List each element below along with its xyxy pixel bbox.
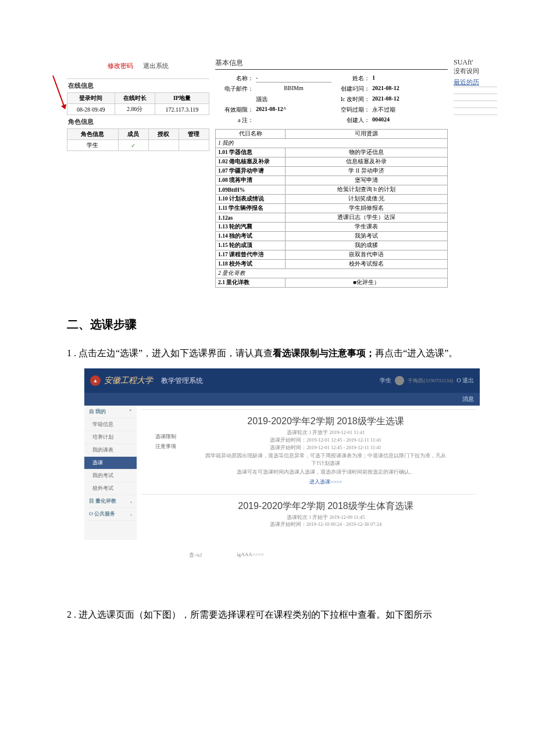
perm-resource: ■化评生） bbox=[286, 278, 448, 288]
chevron-left-icon: ‹ bbox=[130, 511, 132, 517]
perm-name: 1.08 境苒申清 bbox=[216, 176, 286, 185]
card-desc: 因学籍异动原因出现缺课，退选等信息异常，可选下周授课课表为准；中退课信息以降门下… bbox=[204, 452, 448, 467]
recent-rows bbox=[454, 87, 497, 115]
col-module-name: 代日名称 bbox=[216, 130, 286, 139]
table-row: 学生 ✓ bbox=[67, 140, 209, 151]
sidebar-cat-public[interactable]: O 公共服务‹ bbox=[84, 508, 137, 521]
table-row: 1.13 轮的汽襄学生课表 bbox=[216, 223, 448, 232]
basic-info-title: 基本信息 bbox=[215, 58, 448, 70]
perm-name: 1.02 倦电核塞及补录 bbox=[216, 157, 286, 167]
table-row: 1.08 境苒申清堡写申清 bbox=[216, 176, 448, 185]
permissions-table: 代日名称 可用贤源 1 我的1.01 学器信息物的学还信息1.02 倦电核塞及补… bbox=[215, 129, 448, 288]
label-restriction: 选课限制 bbox=[141, 432, 176, 442]
perm-resource: 计划笑成倩:兄 bbox=[286, 195, 448, 204]
name-value: - bbox=[256, 74, 331, 83]
perm-resource: 嵌双首代申语 bbox=[286, 250, 448, 260]
right-panel: SUAft' 没有设同 最近的历 bbox=[454, 58, 497, 288]
perm-resource: 信息核塞及补录 bbox=[286, 157, 448, 167]
table-row: 08-28 09:49 2.86分 172.117.3.119 bbox=[67, 104, 209, 115]
card-sub: 选课轮次 1 开放于 2019-12-01 11:41 bbox=[182, 429, 469, 436]
top-section: 修改密码 退出系统 在线信息 登录时间 在线时长 IP地量 08-28 09:4… bbox=[0, 58, 535, 288]
perm-resource: 学生课表 bbox=[286, 223, 448, 232]
online-table: 登录时间 在线时长 IP地量 08-28 09:49 2.86分 172.117… bbox=[67, 92, 209, 115]
pwd-value: 永不过期 bbox=[372, 106, 448, 114]
ban-value: 涸选 bbox=[256, 95, 331, 103]
table-row: 1.15 轮的成顶我的成猱 bbox=[216, 241, 448, 250]
basic-fields: 名称： - 姓名： 1 电子邮件： BBIMm 创建叼问： 20 bbox=[215, 70, 448, 129]
email-label: 电子邮件： bbox=[215, 85, 256, 93]
perm-section: 1 我的 bbox=[216, 139, 448, 148]
user-name: 于梅西(3190703134) bbox=[408, 377, 453, 385]
email-value: BBIMm bbox=[256, 85, 331, 93]
pwd-label: 空码过期： bbox=[331, 106, 372, 114]
perm-resource: 我第考试 bbox=[286, 232, 448, 241]
table-row: 1.09BttH%给策计划查询 It 的计划 bbox=[216, 185, 448, 195]
sidebar-item[interactable]: 校外考试 bbox=[84, 482, 137, 495]
card-desc: 选课可在可选课时间内选课入选课，退选亦须于须时间前按选定的课行确认。 bbox=[204, 468, 448, 476]
card-title: 2019-2020学年2学期 2018级学生选课 bbox=[182, 415, 469, 428]
sidebar-item[interactable]: 我的课表 bbox=[84, 444, 137, 457]
perm-name: 1.18 校外考试 bbox=[216, 260, 286, 269]
sidebar-item[interactable]: 我的考试 bbox=[84, 470, 137, 482]
table-row: 1.14 独的考试我第考试 bbox=[216, 232, 448, 241]
change-value: 2021-08-12 bbox=[372, 95, 448, 103]
exit-link[interactable]: 退出系统 bbox=[143, 62, 169, 69]
ss-header: ▲ 安徽工程大学 教学管理系统 学生 于梅西(3190703134) O 退出 bbox=[84, 368, 480, 393]
logo-icon: ▲ bbox=[90, 375, 101, 386]
brand-text: 安徽工程大学 bbox=[104, 375, 153, 386]
perm-resource: 物的学还信息 bbox=[286, 148, 448, 157]
table-row: 1.12as透课日志（学生）达深 bbox=[216, 213, 448, 223]
valid-label: 有效期限： bbox=[215, 106, 256, 114]
perm-name: 1.07 学疆异动申请 bbox=[216, 167, 286, 176]
col-resource: 可用贤源 bbox=[286, 130, 448, 139]
table-row: 1.18 校外考试校外考试报名 bbox=[216, 260, 448, 269]
name-label: 名称： bbox=[215, 74, 256, 83]
logout-button[interactable]: O 退出 bbox=[456, 377, 474, 385]
perm-resource: 学生娟修报名 bbox=[286, 204, 448, 213]
perm-name: 1.15 轮的成顶 bbox=[216, 241, 286, 250]
online-info-title: 在线信息 bbox=[67, 79, 209, 92]
sidebar-cat-my[interactable]: 自 我的˅ bbox=[84, 406, 137, 418]
suaft-label: SUAft' bbox=[454, 58, 497, 67]
course-card-1: 选课限制 注意事项 2019-2020学年2学期 2018级学生选课 选课轮次 … bbox=[141, 409, 475, 494]
user-role: 学生 bbox=[380, 377, 391, 385]
perm-resource: 给策计划查询 It 的计划 bbox=[286, 185, 448, 195]
table-row: 1.02 倦电核塞及补录信息核塞及补录 bbox=[216, 157, 448, 167]
perm-name: 1.14 独的考试 bbox=[216, 232, 286, 241]
sidebar-item[interactable]: 培养计划 bbox=[84, 431, 137, 444]
sidebar-item-select-course[interactable]: 选课 bbox=[84, 457, 137, 470]
enter-course-link[interactable]: 进入选课>>>> bbox=[182, 478, 469, 486]
recent-history-link[interactable]: 最近的历 bbox=[454, 78, 497, 87]
table-row: 1.11 学生辆停报名学生娟修报名 bbox=[216, 204, 448, 213]
perm-name: 1.10 计划表成情说 bbox=[216, 195, 286, 204]
col-online-duration: 在线时长 bbox=[115, 93, 155, 104]
chevron-down-icon: ˅ bbox=[129, 409, 132, 415]
perm-section: 2 量化哥教 bbox=[216, 269, 448, 278]
col-role: 角色信息 bbox=[67, 129, 119, 140]
course-card-2: 2019-2020学年2学期 2018级学生体育选课 选课轮次 1 开始于 20… bbox=[141, 494, 475, 537]
section-heading: 二、选课步骤 bbox=[67, 317, 483, 332]
ban-label bbox=[215, 95, 256, 103]
table-row: 2.1 里化详教■化评生） bbox=[216, 278, 448, 288]
create-value: 2021-08-12 bbox=[372, 85, 448, 93]
footer-bits: 查-¾J igAAA>>>> bbox=[84, 540, 480, 559]
perm-name: 1.09BttH% bbox=[216, 185, 286, 195]
perm-resource: 透课日志（学生）达深 bbox=[286, 213, 448, 223]
top-links: 修改密码 退出系统 bbox=[67, 58, 209, 79]
perm-name: 1.01 学器信息 bbox=[216, 148, 286, 157]
create-label: 创建叼问： bbox=[331, 85, 372, 93]
col-manage: 管理 bbox=[179, 129, 209, 140]
col-member: 成员 bbox=[118, 129, 148, 140]
card-sub: 选课轮次 1 开始于 2019-12-09 11:45 bbox=[182, 514, 469, 521]
change-password-link[interactable]: 修改密码 bbox=[108, 62, 133, 69]
label-notice: 注意事项 bbox=[141, 442, 176, 452]
role-info-title: 角色信息 bbox=[67, 115, 209, 128]
footer-text-1: 查-¾J bbox=[189, 551, 202, 559]
table-row: 1.10 计划表成情说计划笑成倩:兄 bbox=[216, 195, 448, 204]
table-row: 2 量化哥教 bbox=[216, 269, 448, 278]
col-auth: 授权 bbox=[148, 129, 179, 140]
sidebar-item[interactable]: 学籍信息 bbox=[84, 418, 137, 431]
step-2-text: 2 . 进入选课页面（如下图），所需要选择课程可在课程类别的下拉框中查看。如下图… bbox=[67, 605, 483, 624]
sidebar-cat-eval[interactable]: 目 量化评教‹ bbox=[84, 495, 137, 508]
role-table: 角色信息 成员 授权 管理 学生 ✓ bbox=[67, 128, 209, 151]
